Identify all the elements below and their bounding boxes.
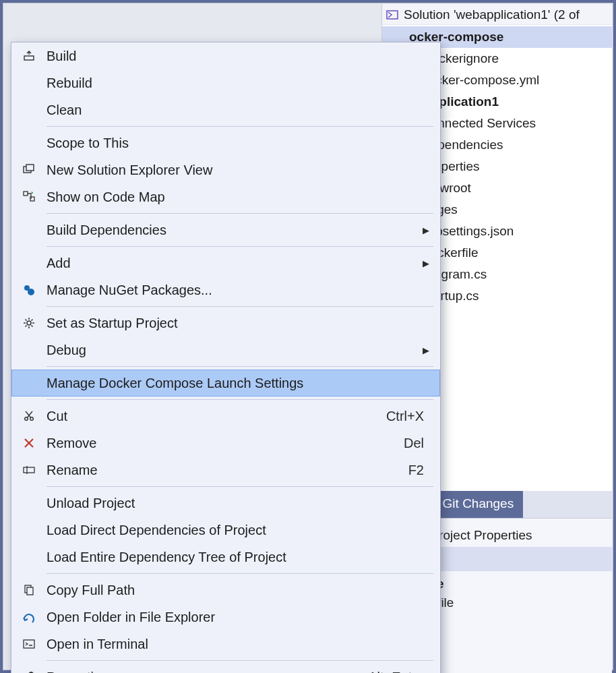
svg-point-7 <box>28 289 34 295</box>
svg-point-10 <box>30 417 34 421</box>
menu-label: Open in Terminal <box>47 637 431 652</box>
menu-label: Manage NuGet Packages... <box>47 283 431 298</box>
svg-point-9 <box>25 417 28 421</box>
svg-rect-14 <box>24 640 34 648</box>
rename-icon <box>11 463 47 477</box>
scissors-icon <box>11 409 47 423</box>
menu-show-on-code-map[interactable]: Show on Code Map <box>11 183 440 210</box>
terminal-icon <box>11 637 47 651</box>
menu-clean[interactable]: Clean <box>11 96 440 123</box>
menu-separator <box>47 246 433 247</box>
menu-label: Open Folder in File Explorer <box>47 610 431 625</box>
tab-git-changes[interactable]: Git Changes <box>433 491 524 518</box>
menu-label: New Solution Explorer View <box>47 163 431 178</box>
menu-cut[interactable]: Cut Ctrl+X <box>11 403 440 430</box>
menu-properties[interactable]: Properties Alt+Enter <box>11 664 440 673</box>
tab-label: Git Changes <box>443 496 514 510</box>
menu-label: Load Entire Dependency Tree of Project <box>47 550 431 565</box>
menu-build-dependencies[interactable]: Build Dependencies ▶ <box>11 216 440 243</box>
nuget-icon <box>11 283 47 297</box>
menu-label: Unload Project <box>47 496 431 511</box>
menu-label: Add <box>47 256 421 271</box>
menu-rebuild[interactable]: Rebuild <box>11 69 440 96</box>
solution-icon <box>386 9 398 21</box>
menu-separator <box>47 399 433 400</box>
menu-unload-project[interactable]: Unload Project <box>11 490 440 517</box>
menu-label: Copy Full Path <box>47 583 431 598</box>
new-window-icon <box>11 163 47 177</box>
menu-shortcut: Ctrl+X <box>386 409 431 424</box>
svg-point-8 <box>27 321 31 325</box>
menu-label: Build Dependencies <box>47 223 421 238</box>
menu-label: Properties <box>47 670 368 674</box>
menu-shortcut: Del <box>404 436 431 451</box>
menu-label: Remove <box>47 436 404 451</box>
menu-rename[interactable]: Rename F2 <box>11 457 440 484</box>
menu-separator <box>47 213 433 214</box>
menu-debug[interactable]: Debug ▶ <box>11 336 440 363</box>
menu-separator <box>47 573 433 574</box>
menu-copy-full-path[interactable]: Copy Full Path <box>11 577 440 604</box>
menu-new-solution-explorer-view[interactable]: New Solution Explorer View <box>11 156 440 183</box>
svg-rect-1 <box>24 56 34 60</box>
menu-shortcut: F2 <box>408 463 431 478</box>
solution-header: Solution 'webapplication1' (2 of <box>382 4 612 25</box>
submenu-arrow-icon: ▶ <box>421 345 431 355</box>
menu-open-folder-in-file-explorer[interactable]: Open Folder in File Explorer <box>11 604 440 631</box>
menu-label: Manage Docker Compose Launch Settings <box>47 376 431 391</box>
menu-separator <box>47 486 433 487</box>
wrench-icon <box>11 670 47 673</box>
menu-label: Scope to This <box>47 136 431 151</box>
menu-separator <box>47 660 433 661</box>
menu-manage-nuget-packages[interactable]: Manage NuGet Packages... <box>11 276 440 303</box>
menu-load-entire-dependency-tree[interactable]: Load Entire Dependency Tree of Project <box>11 544 440 570</box>
menu-label: Clean <box>47 103 431 118</box>
menu-label: Build <box>47 49 431 64</box>
menu-label: Rename <box>47 463 408 478</box>
codemap-icon <box>11 190 47 204</box>
copy-icon <box>11 583 47 597</box>
menu-remove[interactable]: Remove Del <box>11 430 440 457</box>
context-menu: Build Rebuild Clean Scope to This <box>11 42 441 673</box>
menu-manage-docker-compose-launch-settings[interactable]: Manage Docker Compose Launch Settings <box>11 370 440 397</box>
menu-add[interactable]: Add ▶ <box>11 250 440 276</box>
menu-open-in-terminal[interactable]: Open in Terminal <box>11 631 440 657</box>
properties-type: Project Properties <box>431 528 532 542</box>
menu-label: Load Direct Dependencies of Project <box>47 523 431 538</box>
build-icon <box>11 49 47 63</box>
remove-icon <box>11 436 47 450</box>
menu-build[interactable]: Build <box>11 42 440 69</box>
menu-label: Show on Code Map <box>47 189 431 205</box>
menu-separator <box>47 306 433 307</box>
open-folder-icon <box>11 610 47 624</box>
gear-icon <box>11 316 47 330</box>
svg-rect-13 <box>27 587 33 595</box>
menu-separator <box>47 126 433 127</box>
submenu-arrow-icon: ▶ <box>421 258 431 268</box>
svg-rect-11 <box>24 467 34 473</box>
menu-shortcut: Alt+Enter <box>368 670 431 674</box>
menu-label: Cut <box>47 409 386 424</box>
solution-title: Solution 'webapplication1' (2 of <box>404 7 580 22</box>
submenu-arrow-icon: ▶ <box>421 225 431 235</box>
menu-scope-to-this[interactable]: Scope to This <box>11 129 440 156</box>
menu-set-as-startup-project[interactable]: Set as Startup Project <box>11 310 440 336</box>
menu-load-direct-dependencies[interactable]: Load Direct Dependencies of Project <box>11 517 440 544</box>
menu-separator <box>47 366 433 367</box>
svg-rect-3 <box>26 165 34 171</box>
menu-label: Rebuild <box>47 76 431 91</box>
menu-label: Set as Startup Project <box>47 316 431 331</box>
menu-label: Debug <box>47 343 421 358</box>
svg-rect-4 <box>24 192 28 196</box>
